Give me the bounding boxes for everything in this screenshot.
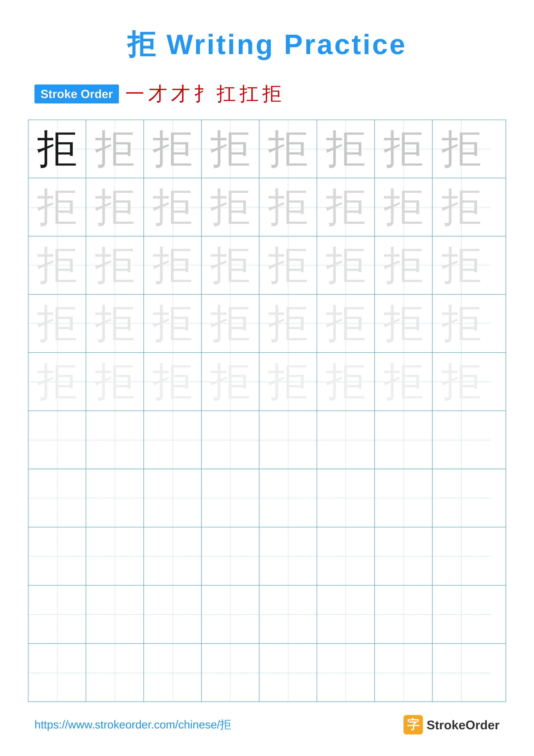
practice-char: 拒 [384, 245, 423, 285]
grid-cell[interactable] [317, 469, 375, 527]
grid-cell[interactable] [144, 585, 202, 643]
grid-cell[interactable] [317, 644, 375, 701]
grid-cell[interactable]: 拒 [86, 178, 144, 236]
grid-cell[interactable] [86, 411, 144, 469]
grid-cell[interactable]: 拒 [375, 120, 433, 178]
footer-brand: 字 StrokeOrder [403, 715, 499, 735]
practice-char: 拒 [37, 129, 77, 169]
grid-cell[interactable]: 拒 [317, 295, 375, 352]
brand-name: StrokeOrder [427, 717, 499, 732]
grid-cell[interactable] [375, 411, 433, 469]
grid-cell[interactable] [28, 469, 86, 527]
grid-cell[interactable]: 拒 [86, 236, 144, 294]
grid-cell[interactable] [317, 527, 375, 585]
grid-cell[interactable] [375, 469, 433, 527]
grid-cell[interactable]: 拒 [433, 178, 490, 236]
practice-char: 拒 [442, 304, 481, 343]
grid-cell[interactable] [86, 644, 144, 701]
practice-char: 拒 [153, 187, 192, 227]
grid-cell[interactable]: 拒 [86, 295, 144, 352]
grid-row-1: 拒 拒 拒 拒 拒 拒 拒 拒 [28, 120, 506, 178]
grid-cell[interactable]: 拒 [86, 120, 144, 178]
practice-char: 拒 [95, 129, 135, 169]
grid-cell[interactable]: 拒 [375, 295, 433, 352]
grid-cell[interactable] [259, 469, 317, 527]
footer: https://www.strokeorder.com/chinese/拒 字 … [0, 715, 534, 735]
grid-cell[interactable]: 拒 [317, 353, 375, 411]
grid-cell[interactable] [259, 585, 317, 643]
grid-cell[interactable] [375, 644, 433, 701]
grid-cell[interactable]: 拒 [202, 236, 259, 294]
grid-cell[interactable] [375, 527, 433, 585]
grid-cell[interactable]: 拒 [375, 353, 433, 411]
footer-url[interactable]: https://www.strokeorder.com/chinese/拒 [35, 717, 231, 732]
grid-cell[interactable] [28, 411, 86, 469]
grid-cell[interactable] [28, 527, 86, 585]
grid-cell[interactable] [202, 585, 259, 643]
grid-cell[interactable]: 拒 [433, 120, 490, 178]
grid-cell[interactable]: 拒 [202, 178, 259, 236]
grid-cell[interactable] [144, 527, 202, 585]
grid-cell[interactable] [202, 469, 259, 527]
grid-cell[interactable]: 拒 [28, 295, 86, 352]
grid-cell[interactable]: 拒 [144, 120, 202, 178]
grid-cell[interactable]: 拒 [259, 178, 317, 236]
grid-cell[interactable] [433, 527, 490, 585]
grid-cell[interactable] [144, 469, 202, 527]
grid-cell[interactable] [259, 644, 317, 701]
stroke-3: 才 [171, 81, 190, 107]
grid-cell[interactable]: 拒 [433, 236, 490, 294]
grid-cell[interactable]: 拒 [375, 236, 433, 294]
grid-cell[interactable]: 拒 [375, 178, 433, 236]
practice-char: 拒 [384, 187, 423, 227]
grid-cell[interactable] [144, 644, 202, 701]
grid-cell[interactable]: 拒 [317, 120, 375, 178]
grid-cell[interactable] [202, 644, 259, 701]
practice-char: 拒 [442, 245, 481, 285]
grid-cell[interactable] [86, 527, 144, 585]
grid-cell[interactable] [433, 411, 490, 469]
grid-cell[interactable] [28, 644, 86, 701]
grid-cell[interactable]: 拒 [433, 295, 490, 352]
grid-cell[interactable]: 拒 [317, 178, 375, 236]
grid-cell[interactable] [202, 527, 259, 585]
grid-cell[interactable]: 拒 [86, 353, 144, 411]
stroke-7: 拒 [262, 81, 281, 107]
practice-char: 拒 [153, 245, 192, 285]
grid-cell[interactable] [259, 527, 317, 585]
grid-cell[interactable] [317, 411, 375, 469]
grid-cell[interactable]: 拒 [259, 353, 317, 411]
grid-cell[interactable] [144, 411, 202, 469]
grid-cell[interactable]: 拒 [28, 178, 86, 236]
grid-cell[interactable] [375, 585, 433, 643]
grid-cell[interactable]: 拒 [28, 353, 86, 411]
practice-char: 拒 [153, 129, 192, 169]
grid-cell[interactable]: 拒 [144, 236, 202, 294]
grid-cell[interactable]: 拒 [202, 120, 259, 178]
grid-cell[interactable] [433, 644, 490, 701]
grid-cell[interactable] [202, 411, 259, 469]
grid-cell[interactable]: 拒 [202, 353, 259, 411]
grid-cell[interactable]: 拒 [28, 236, 86, 294]
grid-cell[interactable] [86, 585, 144, 643]
grid-cell[interactable]: 拒 [259, 120, 317, 178]
grid-cell[interactable]: 拒 [144, 295, 202, 352]
grid-cell[interactable] [28, 585, 86, 643]
grid-cell[interactable]: 拒 [144, 178, 202, 236]
grid-cell[interactable]: 拒 [28, 120, 86, 178]
grid-row-5: 拒 拒 拒 拒 拒 拒 拒 拒 [28, 353, 506, 411]
grid-cell[interactable]: 拒 [317, 236, 375, 294]
grid-cell[interactable] [433, 585, 490, 643]
grid-cell[interactable] [86, 469, 144, 527]
grid-cell[interactable]: 拒 [144, 353, 202, 411]
stroke-order-badge: Stroke Order [35, 85, 119, 103]
stroke-2: 才 [148, 81, 167, 107]
brand-icon: 字 [403, 715, 423, 735]
grid-cell[interactable] [259, 411, 317, 469]
grid-cell[interactable] [317, 585, 375, 643]
grid-cell[interactable]: 拒 [433, 353, 490, 411]
grid-cell[interactable]: 拒 [259, 295, 317, 352]
grid-cell[interactable] [433, 469, 490, 527]
grid-cell[interactable]: 拒 [259, 236, 317, 294]
grid-cell[interactable]: 拒 [202, 295, 259, 352]
